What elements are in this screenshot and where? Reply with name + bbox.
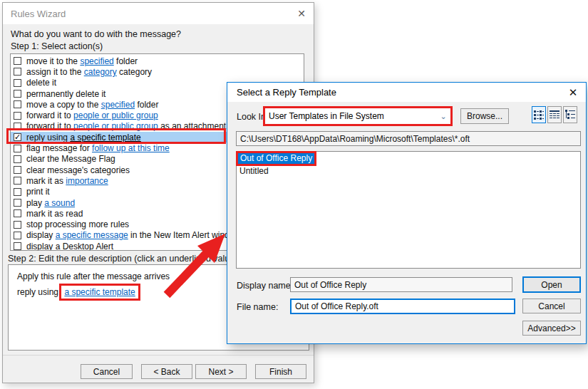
tree-view-button[interactable] xyxy=(563,106,577,123)
checkbox[interactable] xyxy=(14,123,21,130)
action-label: permanently delete it xyxy=(26,89,105,99)
checkbox[interactable] xyxy=(14,145,21,152)
action-label: play a sound xyxy=(26,198,75,208)
action-label: flag message for follow up at this time xyxy=(26,143,170,153)
display-name-label: Display name: xyxy=(237,281,293,291)
select-template-titlebar: Select a Reply Template ✕ xyxy=(227,83,586,102)
rules-wizard-title: Rules Wizard xyxy=(3,9,289,19)
wizard-question-label: What do you want to do with the message? xyxy=(11,29,181,39)
checkbox[interactable] xyxy=(14,232,21,239)
checkbox[interactable] xyxy=(14,188,21,196)
action-label: move a copy to the specified folder xyxy=(26,100,158,110)
checkbox[interactable] xyxy=(14,68,21,76)
open-button[interactable]: Open xyxy=(522,276,581,293)
tree-view-icon xyxy=(565,110,575,120)
template-list[interactable]: Out of Office ReplyUntitled xyxy=(236,151,581,269)
checkbox[interactable] xyxy=(14,57,21,65)
template-item[interactable]: Untitled xyxy=(237,166,580,177)
action-link[interactable]: importance xyxy=(66,176,108,186)
back-button[interactable]: < Back xyxy=(141,364,192,379)
action-label: mark it as importance xyxy=(26,176,108,186)
checkbox[interactable] xyxy=(14,177,21,185)
file-name-label: File name: xyxy=(237,302,278,312)
rules-wizard-titlebar: Rules Wizard ✕ xyxy=(3,3,314,24)
action-label: forward it to people or public group xyxy=(26,110,158,120)
cancel-button[interactable]: Cancel xyxy=(522,299,581,313)
button-separator xyxy=(3,355,314,356)
icons-view-button[interactable] xyxy=(532,106,546,123)
action-link[interactable]: a sound xyxy=(44,198,75,208)
rule-description-prefix: reply using xyxy=(17,287,61,297)
cancel-button[interactable]: Cancel xyxy=(81,364,133,379)
template-item[interactable]: Out of Office Reply xyxy=(238,153,314,164)
chevron-down-icon[interactable]: ⌄ xyxy=(436,112,450,121)
action-label: assign it to the category category xyxy=(26,67,152,77)
file-name-input[interactable] xyxy=(290,299,515,314)
icons-view-icon xyxy=(534,110,544,120)
action-label: mark it as read xyxy=(26,209,83,219)
action-link[interactable]: follow up at this time xyxy=(92,143,170,153)
checkbox[interactable] xyxy=(14,166,21,174)
checkbox[interactable]: ✓ xyxy=(14,133,21,141)
checkbox[interactable] xyxy=(14,221,21,229)
checkbox[interactable] xyxy=(14,100,21,108)
select-template-dialog: Select a Reply Template ✕ Look In: User … xyxy=(227,82,587,344)
action-label: clear the Message Flag xyxy=(26,154,115,164)
action-label: print it xyxy=(26,187,50,197)
look-in-value: User Templates in File System xyxy=(265,111,436,121)
checkbox[interactable] xyxy=(14,199,21,207)
action-item[interactable]: move it to the specified folder xyxy=(11,56,304,66)
checkbox[interactable] xyxy=(14,209,21,217)
specific-template-link[interactable]: a specific template xyxy=(64,287,135,297)
step1-label: Step 1: Select action(s) xyxy=(11,41,103,51)
advanced-button[interactable]: Advanced>> xyxy=(522,321,581,336)
browse-button[interactable]: Browse... xyxy=(460,108,509,124)
checkbox[interactable] xyxy=(14,90,21,98)
action-link[interactable]: specified xyxy=(101,100,135,110)
action-label: delete it xyxy=(26,78,56,88)
select-template-title: Select a Reply Template xyxy=(227,87,560,98)
action-label: forward it to people or public group as … xyxy=(26,121,226,131)
action-link[interactable]: a specific template xyxy=(70,133,140,142)
checkbox[interactable] xyxy=(14,242,21,250)
action-link[interactable]: a specific message xyxy=(56,230,128,240)
finish-button[interactable]: Finish xyxy=(255,364,306,379)
display-name-field[interactable]: Out of Office Reply xyxy=(290,277,512,292)
step2-label: Step 2: Edit the rule description (click… xyxy=(8,254,237,264)
template-path-field: C:\Users\DT168\AppData\Roaming\Microsoft… xyxy=(236,131,581,146)
details-view-button[interactable] xyxy=(547,106,562,123)
highlight-box-look-in: User Templates in File System ⌄ xyxy=(263,106,453,126)
checkbox[interactable] xyxy=(14,112,21,120)
action-label: display a specific message in the New It… xyxy=(26,230,240,240)
action-item[interactable]: assign it to the category category xyxy=(11,66,304,77)
highlight-box-template-item: Out of Office Reply xyxy=(236,151,316,166)
next-button[interactable]: Next > xyxy=(195,364,247,379)
close-icon[interactable]: ✕ xyxy=(289,4,314,24)
action-link[interactable]: people or public group xyxy=(73,110,158,120)
action-link[interactable]: specified xyxy=(80,56,113,66)
checkbox[interactable] xyxy=(14,155,21,163)
action-link[interactable]: people or public group xyxy=(73,121,158,131)
action-link[interactable]: category xyxy=(84,67,117,77)
action-label: move it to the specified folder xyxy=(26,56,138,66)
action-label: clear message's categories xyxy=(26,165,130,175)
highlight-box-template-link: a specific template xyxy=(59,284,140,301)
action-label: display a Desktop Alert xyxy=(26,242,113,251)
checkbox[interactable] xyxy=(14,79,21,87)
close-icon[interactable]: ✕ xyxy=(560,83,586,102)
look-in-dropdown[interactable]: User Templates in File System ⌄ xyxy=(265,108,450,124)
action-label: stop processing more rules xyxy=(26,219,129,229)
action-label: reply using a specific template xyxy=(26,133,141,142)
details-view-icon xyxy=(550,110,559,120)
